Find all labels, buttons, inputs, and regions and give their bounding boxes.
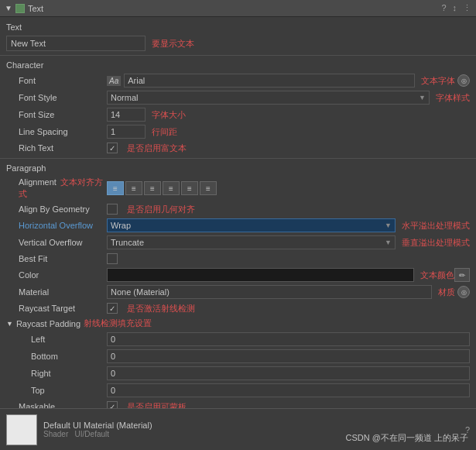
raycast-target-checkbox[interactable] — [107, 303, 118, 314]
more-icon[interactable]: ⋮ — [463, 3, 471, 13]
maskable-annotation: 是否启用可蒙板 — [127, 401, 187, 409]
align-middle-btn[interactable]: ≡ — [181, 181, 198, 195]
font-select-btn[interactable]: ◎ — [457, 74, 470, 87]
bottom-bar: Default UI Material (Material) Shader UI… — [0, 408, 476, 450]
vertical-overflow-row: Vertical Overflow Truncate ▼ 垂直溢出处理模式 — [0, 234, 476, 251]
raycast-target-label: Raycast Target — [6, 304, 107, 313]
best-fit-value — [107, 253, 470, 264]
font-style-value: Normal ▼ 字体样式 — [107, 91, 470, 105]
help-icon[interactable]: ? — [441, 3, 446, 13]
presets-icon[interactable]: ↕ — [453, 3, 457, 13]
material-annotation: 材质 — [438, 287, 455, 298]
maskable-value: 是否启用可蒙板 — [107, 401, 470, 409]
horizontal-overflow-select[interactable]: Wrap ▼ — [107, 218, 396, 232]
vertical-overflow-select[interactable]: Truncate ▼ — [107, 235, 396, 249]
bottom-help-icon[interactable]: ? — [465, 425, 470, 435]
bottom-shader-row: Shader UI/Default — [43, 430, 465, 438]
raycast-target-row: Raycast Target 是否激活射线检测 — [0, 301, 476, 316]
padding-left-row: Left — [0, 331, 476, 348]
best-fit-checkbox[interactable] — [107, 253, 118, 264]
rich-text-value: 是否启用富文本 — [107, 143, 470, 154]
shader-value: UI/Default — [75, 430, 109, 438]
alignment-label: Alignment 文本对齐方式 — [6, 177, 107, 200]
component-toggle[interactable] — [15, 4, 25, 13]
font-label: Font — [6, 76, 107, 85]
character-section-label: Character — [0, 58, 476, 72]
material-select-btn[interactable]: ◎ — [457, 286, 470, 298]
padding-right-input[interactable] — [107, 366, 470, 380]
material-preview-thumb — [6, 414, 37, 445]
align-left-btn[interactable]: ≡ — [107, 181, 124, 195]
text-annotation: 要显示文本 — [152, 38, 194, 50]
padding-bottom-value — [107, 349, 470, 363]
panel-title: Text — [28, 4, 43, 13]
raycast-target-annotation: 是否激活射线检测 — [127, 303, 195, 314]
padding-left-label: Left — [6, 335, 107, 344]
align-geometry-checkbox[interactable] — [107, 204, 118, 215]
rich-text-checkbox[interactable] — [107, 143, 118, 153]
panel-header: ▼ Text ? ↕ ⋮ — [0, 0, 476, 17]
color-annotation: 文本颜色 — [420, 270, 454, 281]
horizontal-overflow-row: Horizontal Overflow Wrap ▼ 水平溢出处理模式 — [0, 217, 476, 234]
font-size-annotation: 字体大小 — [152, 109, 186, 121]
inspector-panel: ▼ Text ? ↕ ⋮ Text 要显示文本 Character Font A… — [0, 0, 476, 450]
inspector-content: Text 要显示文本 Character Font Aa Arial 文本字体 … — [0, 17, 476, 408]
vertical-overflow-value: Truncate ▼ 垂直溢出处理模式 — [107, 235, 470, 249]
padding-top-label: Top — [6, 386, 107, 395]
material-row: Material None (Material) 材质 ◎ — [0, 283, 476, 301]
rich-text-label: Rich Text — [6, 143, 107, 153]
text-input[interactable] — [6, 36, 146, 51]
line-spacing-input[interactable] — [107, 125, 146, 139]
shader-label: Shader — [43, 430, 68, 438]
color-picker-btn[interactable]: ✏ — [454, 268, 470, 282]
padding-right-label: Right — [6, 369, 107, 378]
font-preview-icon: Aa — [107, 76, 121, 86]
font-style-label: Font Style — [6, 93, 107, 102]
material-input[interactable]: None (Material) — [107, 285, 432, 299]
raycast-target-value: 是否激活射线检测 — [107, 303, 470, 314]
maskable-checkbox[interactable] — [107, 401, 118, 408]
vertical-overflow-arrow: ▼ — [385, 239, 392, 246]
line-spacing-value: 行间距 — [107, 125, 470, 139]
align-geometry-row: Align By Geometry 是否启用几何对齐 — [0, 201, 476, 217]
align-center-btn[interactable]: ≡ — [125, 181, 142, 195]
color-preview[interactable] — [107, 268, 414, 282]
align-right-btn[interactable]: ≡ — [144, 181, 161, 195]
horizontal-overflow-value: Wrap ▼ 水平溢出处理模式 — [107, 218, 470, 232]
font-input[interactable]: Arial — [124, 74, 415, 88]
padding-left-input[interactable] — [107, 332, 470, 346]
font-size-input[interactable] — [107, 108, 146, 122]
font-size-value: 字体大小 — [107, 108, 470, 122]
padding-right-value — [107, 366, 470, 380]
font-value: Aa Arial 文本字体 ◎ — [107, 74, 470, 88]
alignment-row: Alignment 文本对齐方式 ≡ ≡ ≡ ≡ ≡ ≡ — [0, 175, 476, 201]
horizontal-overflow-arrow: ▼ — [385, 222, 392, 229]
padding-bottom-row: Bottom — [0, 348, 476, 365]
rich-text-annotation: 是否启用富文本 — [127, 143, 187, 154]
padding-top-value — [107, 383, 470, 397]
expand-icon[interactable]: ▼ — [5, 4, 12, 12]
padding-top-input[interactable] — [107, 383, 470, 397]
vertical-overflow-label: Vertical Overflow — [6, 238, 107, 247]
alignment-buttons: ≡ ≡ ≡ ≡ ≡ ≡ — [107, 181, 470, 195]
font-size-row: Font Size 字体大小 — [0, 106, 476, 123]
line-spacing-annotation: 行间距 — [152, 126, 177, 138]
raycast-padding-label: Raycast Padding — [16, 319, 80, 328]
font-style-row: Font Style Normal ▼ 字体样式 — [0, 89, 476, 106]
align-button-group: ≡ ≡ ≡ ≡ ≡ ≡ — [107, 181, 217, 195]
color-row: Color 文本颜色 ✏ — [0, 266, 476, 283]
font-style-select[interactable]: Normal ▼ — [107, 91, 430, 105]
material-label: Material — [6, 287, 107, 297]
align-bottom-btn[interactable]: ≡ — [200, 181, 217, 195]
font-style-arrow: ▼ — [419, 94, 426, 101]
best-fit-label: Best Fit — [6, 254, 107, 263]
color-value: 文本颜色 ✏ — [107, 268, 470, 282]
maskable-row: Maskable 是否启用可蒙板 — [0, 399, 476, 408]
horizontal-overflow-annotation: 水平溢出处理模式 — [402, 220, 470, 232]
maskable-label: Maskable — [6, 402, 107, 408]
align-top-btn[interactable]: ≡ — [163, 181, 180, 195]
font-annotation: 文本字体 — [421, 75, 455, 87]
best-fit-row: Best Fit — [0, 251, 476, 266]
raycast-padding-arrow[interactable]: ▼ — [6, 320, 13, 328]
padding-bottom-input[interactable] — [107, 349, 470, 363]
